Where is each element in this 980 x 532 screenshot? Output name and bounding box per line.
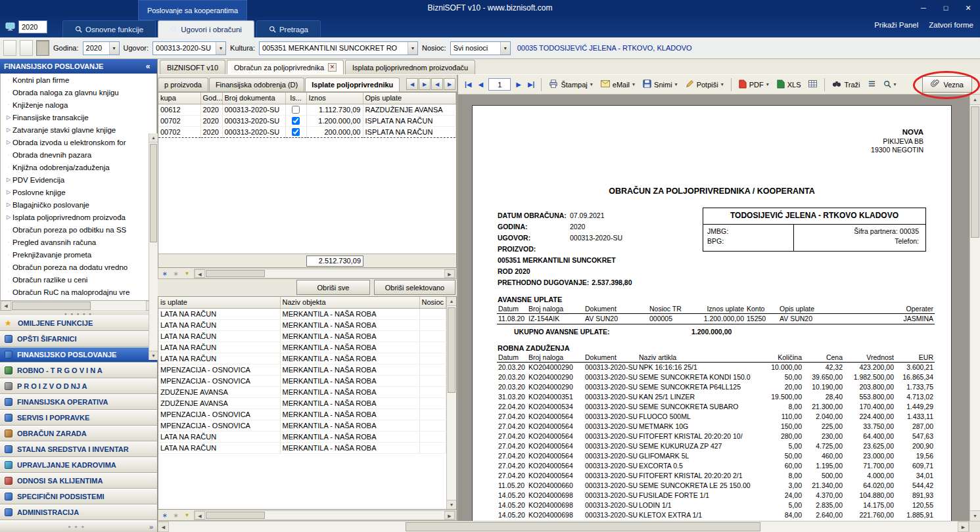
delete-selected-button[interactable]: Obriši selektovano [374,280,455,295]
tree-item[interactable]: Finansijske transakcije [1,111,147,123]
payment-row[interactable]: 007022020000313-2020-SU200.000,00ISPLATA… [158,126,456,137]
zaduzenje-row[interactable]: 22.04.20KO204000534000313-2020-SUSEME SU… [497,402,935,412]
detail-row[interactable]: MPENZACIJA - OSNOVICAMERKANTILA - NAŠA R… [158,375,446,386]
zaduzenje-row[interactable]: 27.04.20KO204000564000313-2020-SUFLUOCO … [497,412,935,422]
column-header[interactable]: Iznos [306,93,363,104]
nav-tab[interactable]: Pretraga [256,20,321,37]
column-header[interactable]: Operater [877,304,935,314]
document-tab[interactable]: Obračun za poljoprivrednika ✕ [227,60,344,74]
zaduzenje-row[interactable]: 14.05.20KO204000698000313-2020-SUKLETOX … [497,510,935,520]
document-tab[interactable]: BIZNISOFT v10 ✕ [160,60,225,74]
scroll-left-icon[interactable]: ◀ [195,269,205,278]
asterisk-icon[interactable]: ∗ [160,270,170,277]
tree-item[interactable]: Preknjižavanje prometa [1,248,147,261]
chevron-down-icon[interactable]: ▾ [894,81,897,87]
column-header[interactable]: Cena [803,353,844,363]
tree-item[interactable]: Obračun razlike u ceni [1,273,147,286]
sidebar-section[interactable]: SERVIS I POPRAVKE [0,410,157,426]
scroll-thumb[interactable] [12,301,91,310]
tree-item[interactable]: Zatvaranje stavki glavne knjige [1,123,147,136]
detail-row[interactable]: LATA NA RAČUNMERKANTILA - NAŠA ROBA [158,319,446,330]
sidebar-section[interactable]: UPRAVLJANJE KADROVIMA [0,457,157,473]
zaduzenje-row[interactable]: 27.04.20KO204000564000313-2020-SUFITOFER… [497,471,935,481]
nav-tab[interactable]: Osnovne funkcije [62,20,156,37]
zaduzenje-row[interactable]: 31.03.20KO204000351000313-2020-SUKAN 25/… [497,392,935,402]
scroll-thumb[interactable] [206,270,265,277]
year-input[interactable] [18,20,47,33]
detail-row[interactable]: ZDUŽENJE AVANSAMERKANTILA - NAŠA ROBA [158,397,446,409]
sub-tab[interactable]: Finansijska odobrenja (D) [209,78,304,91]
column-header[interactable]: Vrednost [844,353,895,363]
chevron-down-icon[interactable]: ▾ [632,81,635,87]
tree-item[interactable]: Isplata poljoprivrednom proizvođa [1,211,147,223]
column-header[interactable]: Dokument [584,353,638,363]
zaduzenje-row[interactable]: 27.04.20KO204000564000313-2020-SUEXCORTA… [497,461,935,471]
previous-page-icon[interactable]: ◀ [476,79,486,89]
scroll-left-icon[interactable]: ◀ [1,301,11,311]
godina-combo[interactable]: 2020▾ [83,41,120,55]
column-header[interactable]: is uplate [158,297,280,308]
nosioc-combo[interactable]: Svi nosioci▾ [450,41,511,55]
payment-row[interactable]: 007022020000313-2020-SU1.200.000,00ISPLA… [158,115,456,126]
search-button[interactable]: Traži [829,78,863,91]
zaduzenje-row[interactable]: 27.04.20KO204000564000313-2020-SUFITOFER… [497,432,935,441]
filter-icon[interactable]: ▼ [182,271,192,277]
tree-vertical-scrollbar[interactable]: ▲ ▼ [149,133,158,360]
scroll-thumb[interactable] [150,144,157,242]
chevron-down-icon[interactable]: ▾ [500,42,510,55]
zaduzenje-row[interactable]: 14.05.20KO204000698000313-2020-SUCEREALI… [497,520,935,521]
tree-item[interactable]: Obrada dnevnih pazara [1,148,147,161]
sidebar-section[interactable]: FINANSIJSKO POSLOVANJE [0,347,157,363]
expand-more-icon[interactable]: » [149,523,153,531]
chevron-down-icon[interactable]: ▾ [675,81,678,87]
tree-item[interactable]: Obrada naloga za glavnu knjigu [1,86,147,99]
toolbar-button[interactable] [36,40,49,56]
sidebar-section[interactable]: ODNOSI SA KLIJENTIMA [0,473,157,489]
zaduzenje-row[interactable]: 20.03.20KO204000290000313-2020-SUSEME SU… [497,372,935,382]
column-header[interactable]: Nosioc TR [648,304,690,314]
preview-vertical-scrollbar[interactable]: ▲ ▼ [969,95,980,521]
column-header[interactable]: EUR [895,353,935,363]
column-header[interactable]: Datum [497,304,527,314]
sidebar-section[interactable]: ROBNO - T R G O V I N A [0,363,157,378]
tree-item[interactable]: Poslovne knjige [1,186,147,198]
save-button[interactable]: Snimi▾ [640,78,681,91]
zaduzenje-row[interactable]: 27.04.20KO204000564000313-2020-SUSEME KU… [497,441,935,451]
content-horizontal-scrollbar[interactable]: ◀ ▶ [158,521,980,532]
print-button[interactable]: Štampaj▾ [546,78,595,92]
scroll-thumb[interactable] [206,512,265,519]
top-link[interactable]: Zatvori forme [929,21,973,29]
scroll-right-icon[interactable]: ▶ [444,511,455,520]
column-header[interactable]: Dokument [584,304,648,314]
details-horizontal-scrollbar[interactable]: ◀ ▶ [194,510,455,520]
column-header[interactable]: Datum [497,353,527,363]
detail-row[interactable]: LATA NA RAČUNMERKANTILA - NAŠA ROBA [158,330,446,342]
chevron-down-icon[interactable]: ▾ [590,81,593,87]
asterisk-gray-icon[interactable]: ∗ [171,512,181,519]
scroll-right-icon[interactable]: ▶ [444,269,455,278]
scroll-up-icon[interactable]: ▲ [149,133,158,143]
detail-row[interactable]: MPENZACIJA - OSNOVICAMERKANTILA - NAŠA R… [158,409,446,420]
chevron-down-icon[interactable]: ▾ [408,42,417,55]
scroll-left-icon[interactable]: ◀ [158,521,169,532]
zaduzenje-row[interactable]: 11.05.20KO204000660000313-2020-SUSEME SU… [497,481,935,491]
toolbar-button[interactable] [3,40,16,56]
document-tab[interactable]: Isplata poljoprivrednom proizvođaču ✕ [345,60,475,74]
column-header[interactable]: Količina [755,353,803,363]
kultura-combo[interactable]: 005351 MERKANTILNI SUNCOKRET RO▾ [259,41,418,55]
scroll-left-icon[interactable]: ◀ [195,511,205,520]
detail-row[interactable]: MPENZACIJA - OSNOVICAMERKANTILA - NAŠA R… [158,420,446,431]
chevron-down-icon[interactable]: ▾ [216,42,225,55]
scroll-thumb[interactable] [448,307,455,393]
column-header[interactable]: Iznos uplate [690,304,745,314]
asterisk-icon[interactable]: ∗ [160,512,170,519]
grid-horizontal-scrollbar[interactable]: ◀ ▶ [194,269,455,278]
last-page-icon[interactable]: ▶| [525,79,538,89]
scroll-thumb[interactable] [971,106,979,238]
asterisk-gray-icon[interactable]: ∗ [171,270,181,277]
detail-row[interactable]: LATA NA RAČUNMERKANTILA - NAŠA ROBA [158,342,446,353]
scroll-thumb[interactable] [406,522,760,531]
tree-item[interactable]: Obrada izvoda u elektronskom for [1,136,147,148]
zoom-button[interactable]: ▾ [880,78,900,91]
scroll-up-icon[interactable]: ▲ [447,297,456,306]
